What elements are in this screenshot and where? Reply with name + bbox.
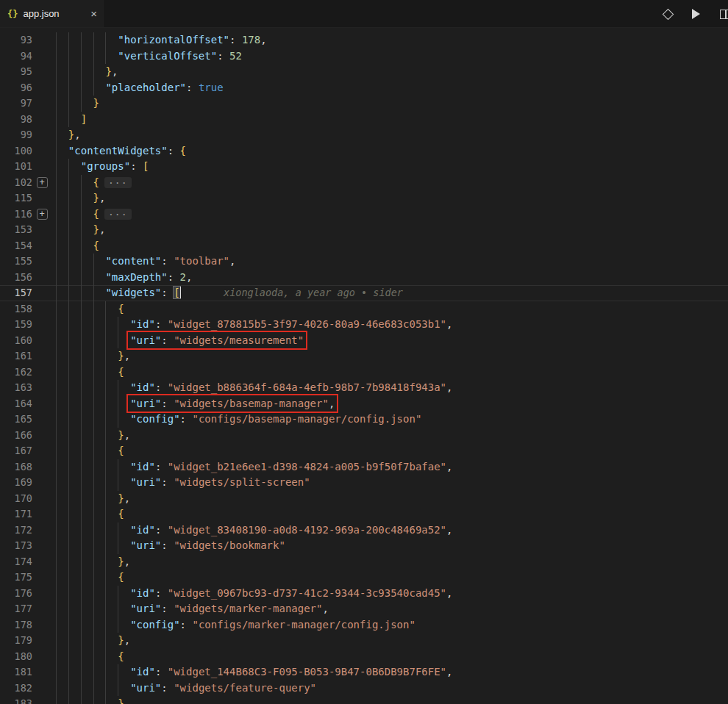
code-line[interactable]: 157"widgets": [xionglaoda, a year ago • … (0, 285, 728, 301)
fold-expand-button[interactable]: + (37, 209, 48, 220)
code-line[interactable]: 183}, (0, 696, 728, 704)
code-token: "id" (130, 461, 155, 473)
code-line[interactable]: 100"contentWidgets": { (0, 143, 728, 159)
code-token: "widgets/split-screen" (174, 476, 310, 488)
line-gutter: 101 (0, 159, 51, 175)
code-token: "configs/basemap-manager/config.json" (192, 413, 421, 425)
line-number: 102 (0, 175, 32, 191)
code-line[interactable]: 115}, (0, 190, 728, 206)
code-line[interactable]: 171{ (0, 506, 728, 522)
code-line[interactable]: 178"config": "configs/marker-manager/con… (0, 617, 728, 633)
line-number: 178 (0, 617, 32, 633)
close-tab-icon[interactable]: × (90, 7, 97, 20)
open-changes-icon[interactable] (664, 10, 672, 18)
code-line[interactable]: 163"id": "widget_b886364f-684a-4efb-98b7… (0, 380, 728, 396)
code-line[interactable]: 179}, (0, 633, 728, 649)
indent-guides (56, 443, 118, 459)
code-line[interactable]: 98] (0, 112, 728, 128)
code-line[interactable]: 155"content": "toolbar", (0, 254, 728, 270)
code-line[interactable]: 174}, (0, 554, 728, 570)
code-token: "widgets/marker-manager" (174, 603, 322, 614)
code-line[interactable]: 168"id": "widget_b21e6ee1-d398-4824-a005… (0, 459, 728, 475)
code-line[interactable]: 167{ (0, 443, 728, 459)
code-line[interactable]: 97} (0, 96, 728, 112)
fold-column (32, 96, 51, 112)
code-token: "verticalOffset" (118, 50, 217, 62)
fold-column (32, 522, 51, 539)
line-number: 170 (0, 491, 32, 507)
code-content: }, (51, 696, 728, 704)
code-content: { (51, 238, 728, 254)
split-editor-icon[interactable] (720, 10, 725, 19)
code-line[interactable]: 96"placeholder": true (0, 80, 728, 96)
code-line[interactable]: 182"uri": "widgets/feature-query" (0, 680, 728, 697)
code-content: "uri": "widgets/bookmark" (51, 538, 728, 554)
code-line[interactable]: 94"verticalOffset": 52 (0, 49, 728, 65)
code-line[interactable]: 164"uri": "widgets/basemap-manager", (0, 396, 728, 412)
code-line[interactable]: 154{ (0, 238, 728, 254)
code-token: : (155, 587, 168, 599)
tab-app-json[interactable]: {} app.json × (0, 0, 105, 27)
code-token: , (124, 492, 130, 504)
code-line[interactable]: 102+{··· (0, 175, 728, 191)
code-line[interactable]: 93"horizontalOffset": 178, (0, 32, 728, 49)
line-number: 179 (0, 633, 32, 649)
code-line[interactable]: 159"id": "widget_878815b5-3f97-4026-80a9… (0, 317, 728, 333)
code-line[interactable]: 99}, (0, 127, 728, 143)
code-content: "id": "widget_144B68C3-F095-B053-9B47-0B… (51, 664, 728, 680)
line-number: 162 (0, 364, 32, 381)
code-line[interactable]: 160"uri": "widgets/measurement" (0, 333, 728, 349)
code-token: , (124, 697, 130, 704)
code-line[interactable]: 116+{··· (0, 206, 728, 223)
code-line[interactable]: 162{ (0, 364, 728, 381)
code-line[interactable]: 173"uri": "widgets/bookmark" (0, 538, 728, 554)
code-line[interactable]: 177"uri": "widgets/marker-manager", (0, 601, 728, 617)
line-number: 155 (0, 254, 32, 270)
fold-column (32, 617, 51, 633)
line-gutter: 168 (0, 459, 51, 475)
code-line[interactable]: 176"id": "widget_0967bc93-d737-41c2-9344… (0, 586, 728, 602)
code-line[interactable]: 181"id": "widget_144B68C3-F095-B053-9B47… (0, 664, 728, 680)
code-content: "uri": "widgets/feature-query" (51, 680, 728, 697)
code-lines: 93"horizontalOffset": 178,94"verticalOff… (0, 32, 728, 704)
line-gutter: 115 (0, 190, 51, 206)
code-token: "uri" (130, 682, 161, 694)
line-gutter: 95 (0, 64, 51, 80)
code-line[interactable]: 158{ (0, 301, 728, 317)
code-line[interactable]: 172"id": "widget_83408190-a0d8-4192-969a… (0, 522, 728, 539)
code-line[interactable]: 170}, (0, 491, 728, 507)
indent-guides (56, 554, 118, 570)
code-token: "id" (130, 318, 155, 330)
indent-guides (56, 222, 93, 238)
line-gutter: 100 (0, 143, 51, 159)
run-icon[interactable] (692, 9, 700, 19)
indent-guides (56, 64, 105, 80)
fold-column (32, 80, 51, 96)
line-gutter: 169 (0, 475, 51, 491)
line-number: 101 (0, 159, 32, 175)
code-line[interactable]: 165"config": "configs/basemap-manager/co… (0, 412, 728, 428)
code-line[interactable]: 180{ (0, 649, 728, 665)
code-content: "config": "configs/basemap-manager/confi… (51, 412, 728, 428)
line-gutter: 165 (0, 412, 51, 428)
code-token: "config" (130, 413, 179, 425)
code-token: : (130, 160, 143, 172)
line-gutter: 161 (0, 348, 51, 364)
fold-expand-button[interactable]: + (37, 177, 48, 188)
code-line[interactable]: 161}, (0, 348, 728, 364)
line-number: 95 (0, 64, 32, 80)
code-line[interactable]: 169"uri": "widgets/split-screen" (0, 475, 728, 491)
code-token: , (322, 603, 328, 614)
code-editor[interactable]: 93"horizontalOffset": 178,94"verticalOff… (0, 28, 728, 704)
tab-title: app.json (23, 8, 59, 19)
fold-column (32, 333, 51, 349)
code-line[interactable]: 166}, (0, 428, 728, 444)
code-line[interactable]: 101"groups": [ (0, 159, 728, 175)
code-content: }, (51, 190, 728, 206)
code-line[interactable]: 153}, (0, 222, 728, 238)
indent-guides (56, 491, 118, 507)
split-glyph (720, 10, 728, 19)
code-line[interactable]: 175{ (0, 570, 728, 586)
code-line[interactable]: 95}, (0, 64, 728, 80)
code-line[interactable]: 156"maxDepth": 2, (0, 270, 728, 286)
